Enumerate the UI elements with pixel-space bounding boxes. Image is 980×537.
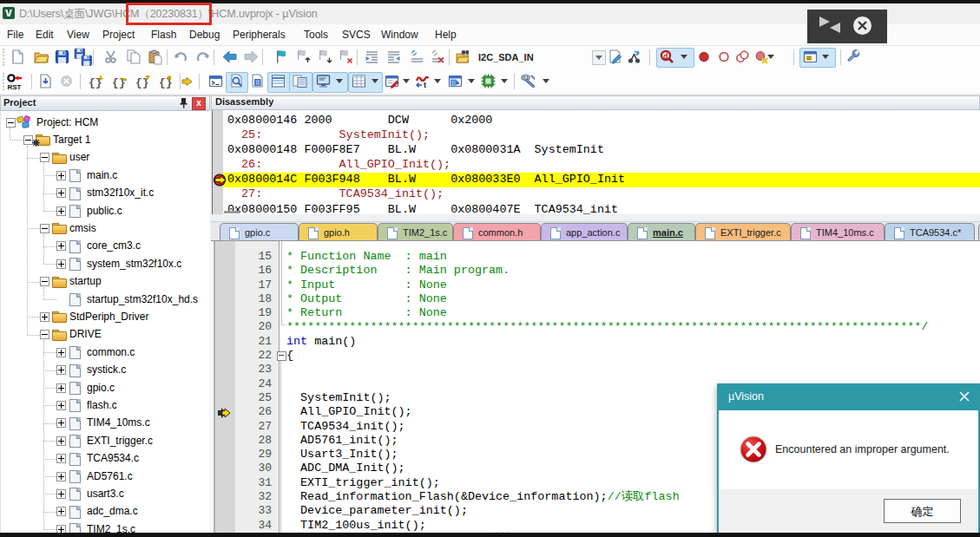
svg-text:{}: {} xyxy=(112,76,126,89)
svg-text:t: t xyxy=(424,81,426,89)
svg-text:d: d xyxy=(663,52,668,61)
svg-text:RST: RST xyxy=(8,83,22,91)
